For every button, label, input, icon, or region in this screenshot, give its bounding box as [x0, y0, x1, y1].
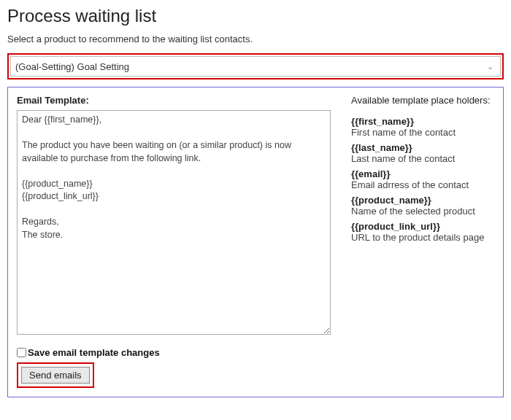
placeholder-token: {{last_name}} — [351, 142, 494, 153]
product-select-highlight: (Goal-Setting) Goal Setting ⌄ — [7, 53, 504, 79]
placeholders-title: Available template place holders: — [351, 95, 494, 106]
placeholder-token: {{product_link_url}} — [351, 221, 494, 232]
email-template-textarea[interactable] — [17, 110, 331, 335]
send-button-highlight: Send emails — [17, 362, 94, 388]
page-title: Process waiting list — [7, 6, 504, 26]
placeholder-desc: Name of the selected product — [351, 206, 494, 217]
placeholder-token: {{email}} — [351, 168, 494, 179]
email-template-panel: Email Template: Available template place… — [7, 87, 504, 397]
send-emails-button[interactable]: Send emails — [21, 367, 90, 384]
email-template-label: Email Template: — [17, 95, 331, 106]
placeholder-desc: Email adrress of the contact — [351, 179, 494, 190]
save-template-label[interactable]: Save email template changes — [28, 347, 160, 358]
placeholder-desc: First name of the contact — [351, 127, 494, 138]
page-subtitle: Select a product to recommend to the wai… — [7, 34, 504, 44]
placeholder-token: {{first_name}} — [351, 116, 494, 127]
save-template-checkbox[interactable] — [17, 348, 26, 357]
product-select[interactable]: (Goal-Setting) Goal Setting — [10, 56, 501, 77]
placeholder-token: {{product_name}} — [351, 195, 494, 206]
placeholder-desc: URL to the product details page — [351, 232, 494, 243]
placeholder-desc: Last name of the contact — [351, 153, 494, 164]
placeholders-list: {{first_name}} First name of the contact… — [351, 116, 494, 243]
